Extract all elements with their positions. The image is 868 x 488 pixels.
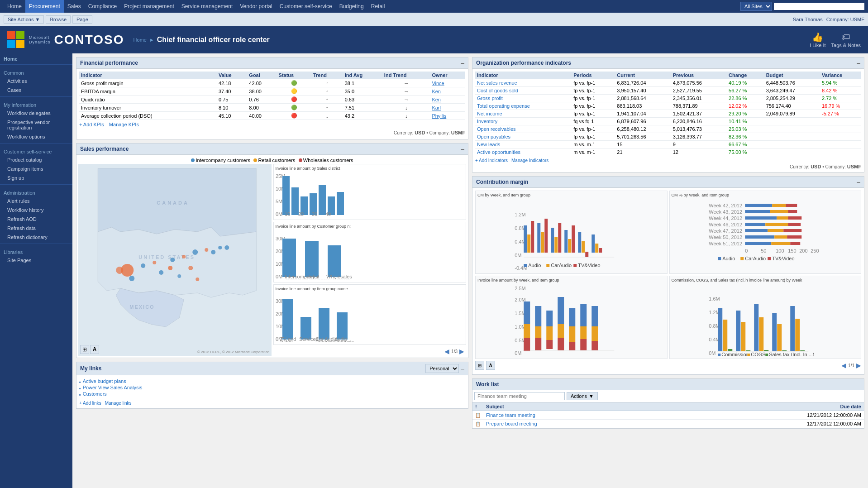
sales-performance-menu[interactable]: – bbox=[461, 145, 464, 153]
nav-home[interactable]: Home bbox=[4, 0, 25, 13]
personal-select[interactable]: Personal bbox=[425, 364, 459, 373]
contribution-margin-body: CM by Week, and Item group -0.4M 0M 0.4M… bbox=[472, 188, 864, 374]
sidebar-item-activities[interactable]: Activities bbox=[0, 77, 72, 86]
wl-subject[interactable]: Prepare board meeting bbox=[483, 420, 773, 428]
nav-procurement[interactable]: Procurement bbox=[25, 0, 64, 13]
manage-kpis-link[interactable]: Manage KPIs bbox=[109, 122, 139, 127]
op-table-row: Active opportunities m vs. m-1 21 12 75.… bbox=[475, 148, 861, 156]
tags-notes-button[interactable]: 🏷 Tags & Notes bbox=[831, 32, 861, 48]
op-current: 3,950,157.40 bbox=[615, 87, 671, 95]
sidebar-item-cases[interactable]: Cases bbox=[0, 86, 72, 95]
op-budget bbox=[764, 148, 820, 156]
browse-button[interactable]: Browse bbox=[46, 15, 71, 24]
org-performance-title: Organization performance indicators bbox=[476, 60, 571, 66]
sidebar-item-refresh-dictionary[interactable]: Refresh dictionary bbox=[0, 233, 72, 242]
fp-trend: ↓ bbox=[311, 112, 343, 120]
cm-next-btn[interactable]: ▶ bbox=[856, 362, 861, 369]
fp-goal: 42.00 bbox=[247, 79, 277, 87]
sidebar-item-prospective-vendor[interactable]: Prospective vendor registration bbox=[0, 118, 72, 132]
contribution-margin-menu[interactable]: – bbox=[857, 178, 860, 186]
op-budget: 3,643,249.47 bbox=[764, 87, 820, 95]
worklist-menu[interactable]: – bbox=[857, 381, 860, 388]
sidebar-item-site-pages[interactable]: Site Pages bbox=[0, 256, 72, 265]
home-link[interactable]: Home bbox=[134, 37, 147, 43]
svg-rect-157 bbox=[569, 326, 575, 342]
svg-rect-58 bbox=[319, 308, 329, 340]
my-links-title: My links bbox=[80, 365, 101, 372]
worklist-search-input[interactable] bbox=[474, 392, 565, 400]
link-customers[interactable]: Customers bbox=[79, 391, 465, 397]
svg-point-8 bbox=[116, 267, 123, 274]
sidebar-home[interactable]: Home bbox=[0, 53, 72, 62]
fp-ind-avg: 35.0 bbox=[343, 87, 382, 96]
svg-rect-125 bbox=[790, 242, 800, 245]
contribution-margin-header: Contribution margin – bbox=[472, 177, 864, 188]
my-links-body: Active budget plans Power View Sales Ana… bbox=[76, 375, 468, 408]
nav-customer-self-service[interactable]: Customer self-service bbox=[276, 0, 336, 13]
nav-retail[interactable]: Retail bbox=[367, 0, 389, 13]
nav-vendor-portal[interactable]: Vendor portal bbox=[236, 0, 276, 13]
page-button[interactable]: Page bbox=[72, 15, 92, 24]
fp-owner[interactable]: Ken bbox=[430, 87, 465, 96]
op-indicator: Inventory bbox=[475, 118, 572, 125]
map-grid-icon[interactable]: ⊞ bbox=[80, 345, 89, 354]
link-power-view[interactable]: Power View Sales Analysis bbox=[79, 384, 465, 391]
manage-links-btn[interactable]: Manage links bbox=[105, 401, 132, 406]
sidebar-item-product-catalog[interactable]: Product catalog bbox=[0, 155, 72, 164]
svg-rect-163 bbox=[591, 326, 598, 341]
like-it-button[interactable]: 👍 I Like It bbox=[810, 32, 825, 48]
nav-budgeting[interactable]: Budgeting bbox=[336, 0, 367, 13]
next-chart-btn[interactable]: ▶ bbox=[459, 348, 464, 355]
sales-chart-3: Invoice line amount by Item group name 0… bbox=[273, 284, 467, 345]
fp-owner[interactable]: Ken bbox=[430, 96, 465, 104]
cm-label-icon[interactable]: A bbox=[486, 361, 495, 370]
svg-rect-34 bbox=[337, 192, 344, 215]
op-table-row: Net income fp vs. fp-1 1,941,107.04 1,50… bbox=[475, 110, 861, 118]
fp-owner[interactable]: Vince bbox=[430, 79, 465, 87]
wl-subject[interactable]: Finance team meeting bbox=[483, 411, 773, 420]
sidebar-item-refresh-data[interactable]: Refresh data bbox=[0, 224, 72, 233]
svg-text:1.2M: 1.2M bbox=[515, 212, 525, 217]
cm-grid-icon[interactable]: ⊞ bbox=[475, 361, 484, 370]
nav-project-management[interactable]: Project management bbox=[120, 0, 178, 13]
svg-rect-45 bbox=[328, 245, 341, 277]
sidebar-item-workflow-history[interactable]: Workflow history bbox=[0, 206, 72, 215]
svg-text:TV&Video: TV&Video bbox=[578, 263, 600, 268]
sidebar-item-refresh-aod[interactable]: Refresh AOD bbox=[0, 215, 72, 224]
add-kpis-link[interactable]: + Add KPIs bbox=[79, 122, 104, 127]
user-name[interactable]: Sara Thomas bbox=[793, 17, 823, 22]
link-active-budget[interactable]: Active budget plans bbox=[79, 378, 465, 384]
add-links-btn[interactable]: + Add links bbox=[79, 401, 101, 406]
cm-prev-btn[interactable]: ◀ bbox=[841, 362, 846, 369]
svg-rect-99 bbox=[745, 204, 772, 207]
add-indicators-btn[interactable]: + Add Indicators bbox=[475, 158, 508, 163]
sidebar-item-workflow-delegates[interactable]: Workflow delegates bbox=[0, 109, 72, 118]
prev-chart-btn[interactable]: ◀ bbox=[444, 348, 449, 355]
op-change: 75.00 % bbox=[727, 148, 764, 156]
sidebar-item-campaign-items[interactable]: Campaign items bbox=[0, 164, 72, 173]
financial-performance-menu[interactable]: – bbox=[461, 59, 464, 67]
svg-rect-147 bbox=[535, 306, 541, 326]
manage-indicators-btn[interactable]: Manage Indicators bbox=[511, 158, 548, 163]
my-links-menu[interactable]: – bbox=[461, 365, 464, 372]
org-performance-menu[interactable]: – bbox=[857, 59, 860, 67]
nav-sales[interactable]: Sales bbox=[64, 0, 85, 13]
site-select[interactable]: All Sites bbox=[740, 2, 772, 11]
map-label-icon[interactable]: A bbox=[90, 345, 99, 354]
fp-status: 🟢 bbox=[277, 79, 311, 87]
svg-text:Week 51, 2012: Week 51, 2012 bbox=[709, 241, 742, 246]
col-ind-avg: Ind Avg bbox=[343, 72, 382, 79]
sidebar-item-sign-up[interactable]: Sign up bbox=[0, 173, 72, 182]
svg-rect-134 bbox=[740, 257, 744, 260]
nav-compliance[interactable]: Compliance bbox=[85, 0, 120, 13]
fp-owner[interactable]: Karl bbox=[430, 104, 465, 112]
svg-rect-183 bbox=[790, 306, 795, 351]
search-input[interactable] bbox=[774, 3, 864, 10]
my-links-header: My links Personal – bbox=[76, 362, 468, 375]
site-actions-button[interactable]: Site Actions ▼ bbox=[4, 15, 44, 24]
worklist-actions-button[interactable]: Actions ▼ bbox=[567, 392, 598, 400]
sidebar-item-workflow-options[interactable]: Workflow options bbox=[0, 132, 72, 141]
nav-service-management[interactable]: Service management bbox=[178, 0, 236, 13]
fp-owner[interactable]: Phyllis bbox=[430, 112, 465, 120]
sidebar-item-alert-rules[interactable]: Alert rules bbox=[0, 196, 72, 206]
